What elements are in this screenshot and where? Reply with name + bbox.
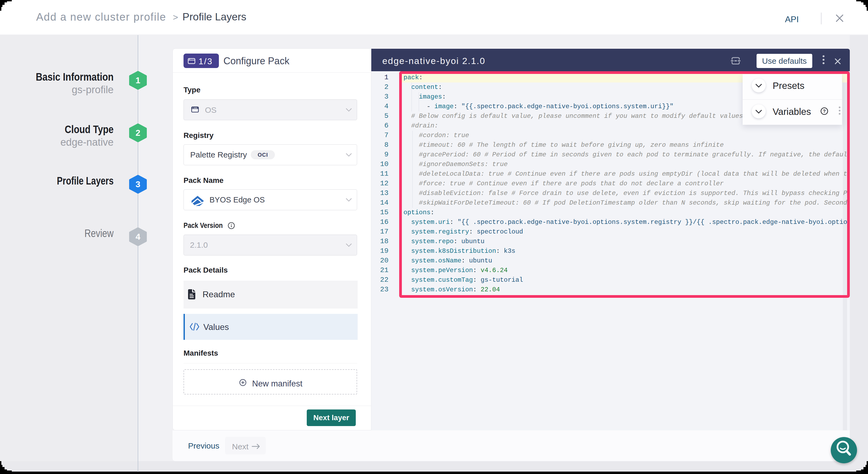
svg-text:3: 3 (135, 180, 141, 189)
svg-text:4: 4 (135, 232, 141, 242)
svg-text:?: ? (823, 109, 826, 114)
svg-text:1: 1 (135, 75, 141, 85)
svg-text:2: 2 (135, 128, 141, 138)
